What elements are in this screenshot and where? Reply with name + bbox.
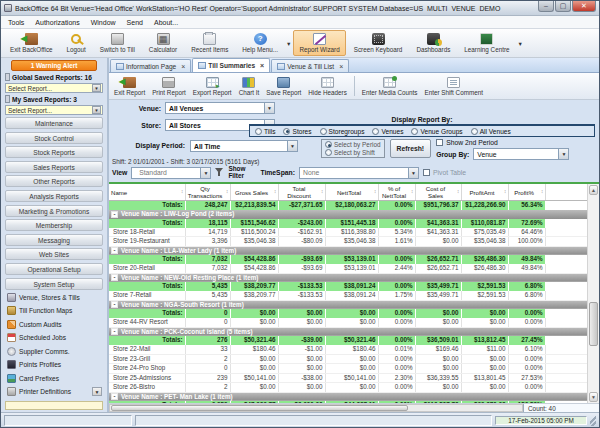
- chevron-down-icon[interactable]: ▼: [287, 141, 297, 151]
- radio-venue-groups[interactable]: Venue Groups: [411, 128, 462, 135]
- sidebar-section-marketing-promotions[interactable]: Marketing & Promotions: [5, 205, 103, 217]
- menu-item-send[interactable]: Send: [127, 19, 143, 26]
- title-bar[interactable]: BackOffice 64 Bit Venue='Head Office' Wo…: [1, 1, 599, 16]
- group-header-row[interactable]: -Venue Name : PCK-Coconut island (5 item…: [109, 327, 589, 336]
- sidebar-section-web-sites[interactable]: Web Sites: [5, 248, 103, 260]
- group-totals-row[interactable]: Totals:7,032$54,428.86-$93.69$53,139.010…: [109, 255, 589, 264]
- store-row[interactable]: Store 25-Admissions239$50,141.00-$38.00$…: [109, 373, 589, 383]
- collapse-icon[interactable]: -: [111, 328, 118, 335]
- radio-all-venues[interactable]: All Venues: [471, 128, 511, 135]
- toolbar-button-logout[interactable]: Logout: [61, 30, 92, 56]
- collapse-icon[interactable]: -: [111, 393, 118, 400]
- toolbar-button-recent-items[interactable]: Recent Items: [185, 30, 234, 56]
- chevron-down-icon[interactable]: ▼: [558, 149, 568, 159]
- column-header-profit[interactable]: Profit%↕: [508, 184, 545, 201]
- sidebar-item-printer-definitions[interactable]: Printer Definitions▼: [4, 386, 104, 398]
- radio-stores[interactable]: Stores: [283, 128, 311, 135]
- toolbar-button-help-menu[interactable]: Help Menu...: [236, 30, 284, 56]
- refresh-button[interactable]: Refresh!: [390, 139, 432, 158]
- sidebar-section-analysis-reports[interactable]: Analysis Reports: [5, 190, 103, 202]
- sidebar-item-supplier-comms[interactable]: Supplier Comms.: [4, 346, 104, 358]
- column-header-netttotal[interactable]: NettTotal↕: [325, 184, 378, 201]
- report-button-chart-it[interactable]: Chart It: [239, 77, 260, 96]
- sidebar-item-till-function-maps[interactable]: Till Function Maps: [4, 305, 104, 317]
- store-row[interactable]: Store 18-Retail14,719$116,500.24-$162.91…: [109, 228, 589, 237]
- column-header-of-netttotal[interactable]: % of NettTotal↕: [378, 184, 415, 201]
- toolbar-button-screen-keyboard[interactable]: Screen Keyboard: [348, 30, 409, 56]
- my-report-select[interactable]: Select Report... ▼: [5, 105, 103, 115]
- display-period-select[interactable]: All Time ▼: [190, 140, 298, 152]
- select-by-period-radio[interactable]: Select by Period: [325, 141, 381, 148]
- group-header-row[interactable]: -Venue Name : LIW-Log Pond (2 items): [109, 210, 589, 219]
- sidebar-item-venue-stores-tills[interactable]: Venue, Stores & Tills: [4, 292, 104, 304]
- warning-alert-button[interactable]: 1 Warning Alert: [11, 60, 97, 71]
- radio-storegroups[interactable]: Storegroups: [320, 128, 365, 135]
- show-2nd-period-checkbox[interactable]: Show 2nd Period: [436, 139, 569, 146]
- column-header-cost-of-sales[interactable]: Cost of Sales↕: [415, 184, 461, 201]
- collapse-icon[interactable]: -: [111, 211, 118, 218]
- toolbar-button-report-wizard[interactable]: Report Wizard: [293, 30, 345, 56]
- sidebar-item-card-prefixes[interactable]: Card Prefixes: [4, 373, 104, 385]
- store-row[interactable]: Store 23-Grill2$0.00$0.00$0.000.00%$0.00…: [109, 354, 589, 364]
- chevron-down-icon[interactable]: ▼: [264, 103, 274, 113]
- chevron-down-icon[interactable]: ▼: [518, 41, 523, 47]
- group-totals-row[interactable]: Totals:5,435$38,209.77-$133.53$38,091.24…: [109, 282, 589, 291]
- report-button-print-report[interactable]: Print Report: [152, 77, 186, 96]
- group-by-select[interactable]: Venue ▼: [473, 148, 569, 160]
- horizontal-scrollbar[interactable]: [109, 404, 523, 412]
- column-header-profitamt[interactable]: ProfitAmt↕: [461, 184, 508, 201]
- store-row[interactable]: Store 19-Restaurant3,396$35,046.38-$80.0…: [109, 237, 589, 247]
- collapse-icon[interactable]: -: [111, 301, 118, 308]
- sidebar-section-operational-setup[interactable]: Operational Setup: [5, 263, 103, 275]
- menu-item-tools[interactable]: Tools: [8, 19, 24, 26]
- vertical-scrollbar[interactable]: ▲ ▼: [587, 184, 599, 403]
- resize-grip[interactable]: [590, 415, 596, 426]
- toolbar-button-learning-centre[interactable]: Learning Centre: [458, 30, 515, 56]
- select-by-shift-radio[interactable]: Select by Shift: [325, 149, 381, 156]
- scrollbar-thumb[interactable]: [111, 405, 408, 411]
- view-select[interactable]: _Standard ▼: [131, 167, 211, 179]
- tab-venue-till-list[interactable]: Venue & Till List×: [271, 59, 349, 72]
- sidebar-section-maintenance[interactable]: Maintenance: [5, 117, 103, 129]
- group-totals-row[interactable]: Totals:0$0.00$0.00$0.000.00%$0.00$0.000.…: [109, 309, 589, 318]
- sidebar-section-sales-reports[interactable]: Sales Reports: [5, 161, 103, 173]
- group-totals-row[interactable]: Totals:276$50,321.46-$39.00$50,321.460.0…: [109, 336, 589, 345]
- radio-tills[interactable]: Tills: [255, 128, 275, 135]
- timespan-select[interactable]: None ▼: [299, 167, 419, 179]
- sort-icon[interactable]: ↕: [274, 188, 277, 194]
- grand-totals-row[interactable]: Totals:248,247$2,213,839.54-$27,371.65$2…: [109, 201, 589, 210]
- chevron-down-icon[interactable]: ▼: [286, 41, 291, 47]
- sidebar-section-stock-reports[interactable]: Stock Reports: [5, 146, 103, 158]
- store-row[interactable]: Store 7-Retail5,435$38,209.77-$133.53$38…: [109, 291, 589, 300]
- column-header-qty-transactions[interactable]: Qty Transactions↕: [185, 184, 230, 201]
- sidebar-item-custom-audits[interactable]: Custom Audits: [4, 319, 104, 331]
- show-filter-button[interactable]: Show Filter: [228, 166, 250, 179]
- chevron-down-icon[interactable]: ▼: [200, 168, 210, 178]
- global-report-select[interactable]: Select Report... ▼: [5, 83, 103, 93]
- sidebar-item-scheduled-jobs[interactable]: Scheduled Jobs: [4, 332, 104, 344]
- sidebar-item-points-profiles[interactable]: Points Profiles: [4, 359, 104, 371]
- venue-select[interactable]: All Venues ▼: [165, 102, 275, 114]
- sort-icon[interactable]: ↕: [226, 188, 229, 194]
- menu-item-authorizations[interactable]: Authorizations: [35, 19, 79, 26]
- scroll-up-icon[interactable]: ▲: [589, 185, 598, 195]
- store-row[interactable]: Store 20-Retail7,032$54,428.86-$93.69$53…: [109, 264, 589, 273]
- minimize-button[interactable]: –: [538, 1, 554, 12]
- close-icon[interactable]: ×: [339, 63, 343, 70]
- column-header-total-discount[interactable]: Total Discount↕: [278, 184, 325, 201]
- group-header-row[interactable]: -Venue Name : NGA-South Resort (1 item): [109, 300, 589, 309]
- chevron-down-icon[interactable]: ▼: [92, 387, 102, 396]
- collapse-icon[interactable]: -: [111, 247, 118, 254]
- tab-information-page[interactable]: Information Page×: [110, 59, 191, 72]
- report-button-enter-media-counts[interactable]: Enter Media Counts: [362, 77, 418, 96]
- report-button-save-report[interactable]: Save Report: [266, 77, 301, 96]
- sort-icon[interactable]: ↕: [321, 188, 324, 194]
- sort-icon[interactable]: ↕: [181, 188, 184, 194]
- report-button-enter-shift-comment[interactable]: Enter Shift Comment: [424, 77, 482, 96]
- sort-icon[interactable]: ↕: [541, 188, 544, 194]
- menu-item-window[interactable]: Window: [91, 19, 116, 26]
- close-icon[interactable]: ×: [181, 63, 185, 70]
- menu-item-about[interactable]: About...: [154, 19, 178, 26]
- scrollbar-thumb[interactable]: [589, 302, 598, 346]
- sidebar-section-stock-control[interactable]: Stock Control: [5, 132, 103, 144]
